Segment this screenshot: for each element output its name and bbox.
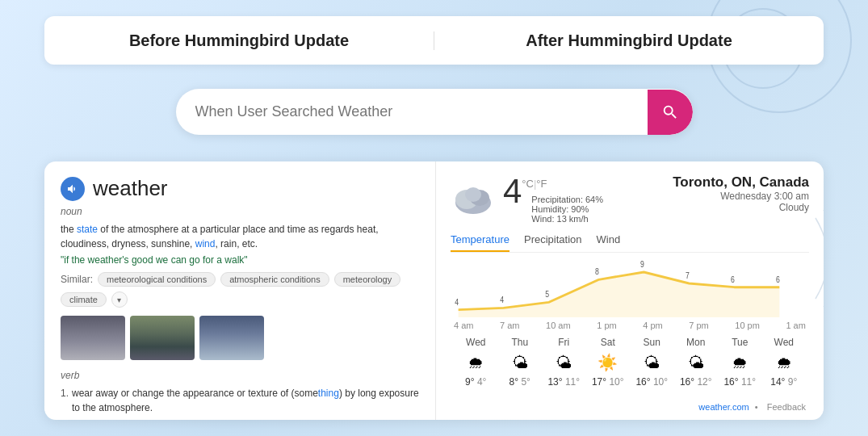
- unit-f[interactable]: °F: [536, 178, 547, 190]
- weather-panel: 4 °C|°F Precipitation: 64% Humidity: 90%…: [436, 161, 824, 420]
- tab-wind[interactable]: Wind: [597, 233, 621, 252]
- tag-meteorology[interactable]: meteorology: [334, 272, 401, 287]
- hour-7: 10 pm: [735, 321, 760, 330]
- weather-footer: weather.com • Feedback: [698, 402, 809, 412]
- location-date: Wednesday 3:00 am: [673, 191, 809, 202]
- footer-separator: •: [755, 402, 758, 412]
- forecast-day-fri: Fri 🌤 13° 11°: [542, 337, 586, 388]
- search-bar: [176, 89, 693, 135]
- hour-3: 10 am: [546, 321, 571, 330]
- search-input[interactable]: [176, 89, 648, 135]
- temp-display: 4 °C|°F Precipitation: 64% Humidity: 90%…: [503, 174, 603, 224]
- image-1: [61, 316, 125, 360]
- similar-label: Similar:: [61, 274, 93, 285]
- forecast-day-wed1: Wed 🌧 9° 4°: [454, 337, 498, 388]
- tab-precipitation[interactable]: Precipitation: [524, 233, 582, 252]
- hour-4: 1 pm: [597, 321, 616, 330]
- source-link[interactable]: weather.com: [698, 402, 748, 412]
- tag-atm-conditions[interactable]: atmospheric conditions: [220, 272, 329, 287]
- feedback-link[interactable]: Feedback: [767, 402, 806, 412]
- image-3: [199, 316, 264, 360]
- forecast-row: Wed 🌧 9° 4° Thu 🌤 8° 5° Fri 🌤 13° 11° Sa…: [451, 337, 809, 388]
- temp-chart: 4 4 5 8 9 7 6 6: [451, 261, 809, 317]
- weather-location: Toronto, ON, Canada Wednesday 3:00 am Cl…: [673, 174, 809, 213]
- panels-container: weather noun the state of the atmosphere…: [44, 161, 824, 420]
- tag-met-conditions[interactable]: meteorological conditions: [98, 272, 216, 287]
- svg-text:6: 6: [731, 275, 735, 284]
- word-title: weather: [93, 176, 168, 201]
- pos-noun: noun: [61, 206, 419, 217]
- forecast-day-wed2: Wed 🌧 14° 9°: [762, 337, 807, 388]
- weather-condition: Cloudy: [673, 202, 809, 213]
- noun-example: "if the weather's good we can go for a w…: [61, 254, 419, 266]
- svg-text:7: 7: [686, 270, 690, 280]
- temp-units[interactable]: °C|°F: [522, 178, 603, 190]
- temp-chart-svg: 4 4 5 8 9 7 6 6: [451, 261, 809, 317]
- image-2: [130, 316, 195, 360]
- verb-example-1: "his skin was weathered almost black by …: [61, 418, 419, 420]
- comparison-box: Before Hummingbird Update After Hummingb…: [44, 16, 824, 65]
- hour-5: 4 pm: [643, 321, 662, 330]
- hour-1: 4 am: [454, 321, 473, 330]
- svg-text:8: 8: [595, 267, 599, 277]
- forecast-day-tue: Tue 🌧 16° 11°: [718, 337, 762, 388]
- similar-row-noun: Similar: meteorological conditions atmos…: [61, 272, 419, 308]
- precipitation-info: Precipitation: 64% Humidity: 90% Wind: 1…: [531, 195, 603, 224]
- noun-definition: the state of the atmosphere at a particu…: [61, 222, 419, 251]
- weather-top: 4 °C|°F Precipitation: 64% Humidity: 90%…: [451, 174, 809, 224]
- pos-verb: verb: [61, 370, 419, 381]
- unit-c[interactable]: °C: [522, 178, 534, 190]
- weather-tabs: Temperature Precipitation Wind: [451, 233, 809, 253]
- svg-text:9: 9: [640, 261, 644, 269]
- temp-number: 4: [503, 174, 522, 208]
- forecast-day-thu: Thu 🌤 8° 5°: [498, 337, 543, 388]
- weather-cloud-icon: [451, 182, 495, 217]
- tag-climate[interactable]: climate: [61, 292, 107, 307]
- svg-text:4: 4: [455, 297, 459, 307]
- forecast-day-mon: Mon 🌤 16° 12°: [674, 337, 719, 388]
- expand-similar-btn[interactable]: ▾: [111, 291, 128, 308]
- search-icon: [661, 103, 679, 121]
- svg-text:4: 4: [500, 296, 504, 305]
- tab-temperature[interactable]: Temperature: [451, 233, 509, 252]
- svg-text:6: 6: [776, 275, 780, 284]
- forecast-day-sat: Sat ☀️ 17° 10°: [586, 337, 631, 388]
- forecast-day-sun: Sun 🌤 16° 10°: [630, 337, 674, 388]
- hour-2: 7 am: [500, 321, 519, 330]
- hour-labels: 4 am 7 am 10 am 1 pm 4 pm 7 pm 10 pm 1 a…: [451, 321, 809, 330]
- svg-text:5: 5: [545, 290, 549, 300]
- images-row: [61, 316, 419, 360]
- hour-8: 1 am: [786, 321, 805, 330]
- dictionary-panel: weather noun the state of the atmosphere…: [44, 161, 436, 420]
- volume-icon: [66, 182, 79, 195]
- sound-icon[interactable]: [61, 177, 85, 201]
- weather-left-info: 4 °C|°F Precipitation: 64% Humidity: 90%…: [451, 174, 603, 224]
- verb-def-1: wear away or change the appearance or te…: [61, 386, 419, 415]
- before-label: Before Hummingbird Update: [44, 31, 434, 50]
- search-button[interactable]: [648, 90, 693, 135]
- after-label: After Hummingbird Update: [434, 31, 824, 50]
- svg-point-3: [465, 187, 481, 202]
- location-name: Toronto, ON, Canada: [673, 174, 809, 191]
- hour-6: 7 pm: [689, 321, 708, 330]
